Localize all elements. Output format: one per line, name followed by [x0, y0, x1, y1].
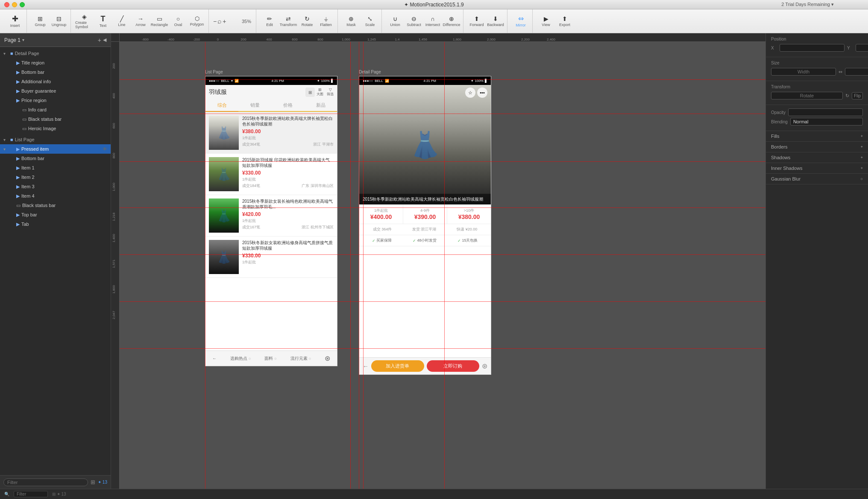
- opacity-input[interactable]: [788, 108, 863, 116]
- mask-button[interactable]: ⊕ Mask: [342, 11, 360, 32]
- eye-icon[interactable]: 👁: [103, 146, 107, 152]
- product-item-2[interactable]: 👗 2015新款羽绒服 印花欧洲站欧装欧美高端大气短款加厚羽绒服 ¥330.00…: [205, 154, 337, 195]
- layer-buyer-guarantee[interactable]: ▶ Buyer guarantee: [0, 86, 111, 96]
- hot-picks-button[interactable]: 选购热点 ○: [230, 356, 251, 362]
- maximize-button[interactable]: [20, 2, 25, 7]
- more-button[interactable]: •••: [477, 88, 487, 98]
- tab-price[interactable]: 价格: [271, 99, 304, 111]
- group-button[interactable]: ⊞ Group: [31, 11, 49, 32]
- back-button[interactable]: ←: [212, 356, 217, 361]
- mirror-button[interactable]: ⇔ Mirror: [512, 11, 530, 32]
- width-input[interactable]: [771, 68, 836, 76]
- inner-shadows-expand-icon[interactable]: +: [861, 166, 863, 170]
- gaussian-blur-expand-icon[interactable]: ○: [861, 177, 863, 181]
- layer-item-1[interactable]: ▶ Item 1: [0, 163, 111, 172]
- material-button[interactable]: 面料 ○: [264, 356, 276, 362]
- polygon-tool-button[interactable]: ⬡ Polygon: [188, 11, 206, 32]
- close-button[interactable]: [4, 2, 9, 7]
- flatten-button[interactable]: ⏚ Flatten: [317, 11, 335, 32]
- layer-title-region[interactable]: ▶ Title region: [0, 58, 111, 67]
- rotate-input[interactable]: [771, 92, 843, 99]
- canvas-area[interactable]: -600 -400 -200 0 200 400 600 800 1,000 1…: [111, 33, 765, 489]
- product-item-1[interactable]: 👗 2015秋冬季新款欧洲站欧美高端大牌长袖宽松白色长袖羽绒服潮 ¥380.00…: [205, 112, 337, 154]
- fills-section-title[interactable]: Fills +: [766, 131, 868, 142]
- layer-pressed-item[interactable]: ▾ ▶ Pressed item 👁: [0, 144, 111, 154]
- layer-bottom-bar[interactable]: ▶ Bottom bar: [0, 67, 111, 77]
- layer-price-region[interactable]: ▶ Price region: [0, 96, 111, 105]
- layer-info-card[interactable]: ▭ Info card: [0, 105, 111, 114]
- detail-back-button[interactable]: ←: [363, 363, 369, 370]
- grid-view-button[interactable]: ⊞: [305, 88, 315, 97]
- export-button[interactable]: ⬆ Export: [556, 11, 574, 32]
- share-detail-button[interactable]: ⊛: [482, 362, 487, 370]
- layer-item-3[interactable]: ▶ Item 3: [0, 182, 111, 191]
- product-item-4[interactable]: 👗 2015秋冬新款女装欧洲站修身高端气质拼接气质短款加厚羽绒服 ¥330.00…: [205, 236, 337, 278]
- oval-tool-button[interactable]: ○ Oval: [169, 11, 187, 32]
- intersect-button[interactable]: ∩ Intersect: [424, 11, 442, 32]
- rectangle-tool-button[interactable]: ▭ Rectangle: [150, 11, 168, 32]
- statusbar-filter[interactable]: [14, 491, 48, 497]
- rotate-button[interactable]: ↻ Rotate: [298, 11, 316, 32]
- borders-section-title[interactable]: Borders +: [766, 142, 868, 152]
- tab-new[interactable]: 新品: [304, 99, 337, 111]
- favorite-button[interactable]: ☆: [465, 88, 475, 98]
- share-button[interactable]: ⊛: [325, 354, 330, 362]
- add-to-cart-button[interactable]: 加入进货单: [371, 360, 424, 372]
- inner-shadows-section-title[interactable]: Inner Shadows +: [766, 163, 868, 174]
- add-page-icon[interactable]: +: [98, 37, 101, 44]
- layer-black-status-bar-2[interactable]: ▭ Black status bar: [0, 201, 111, 210]
- insert-button[interactable]: ✚ Insert: [6, 11, 24, 32]
- minimize-button[interactable]: [12, 2, 17, 7]
- difference-button[interactable]: ⊕ Difference: [443, 11, 460, 32]
- zoom-plus[interactable]: +: [223, 18, 226, 25]
- trend-button[interactable]: 流行元素 ○: [290, 356, 311, 362]
- zoom-minus[interactable]: −: [213, 18, 217, 25]
- layer-list-page[interactable]: ▾ ■ List Page: [0, 135, 111, 144]
- transform-button[interactable]: ⇄ Transform: [279, 11, 297, 32]
- collapse-panel-icon[interactable]: ◀: [103, 37, 106, 43]
- buy-now-button[interactable]: 立即订购: [427, 360, 480, 372]
- filter-input[interactable]: [3, 479, 88, 486]
- layer-item-2[interactable]: ▶ Item 2: [0, 172, 111, 182]
- layer-top-bar[interactable]: ▶ Top bar: [0, 210, 111, 219]
- ungroup-button[interactable]: ⊟ Ungroup: [50, 11, 68, 32]
- tab-comprehensive[interactable]: 综合: [205, 99, 238, 111]
- shadows-section-title[interactable]: Shadows +: [766, 152, 868, 163]
- forward-button[interactable]: ⬆ Forward: [468, 11, 486, 32]
- detail-page-label: Detail Page: [359, 70, 381, 74]
- fills-expand-icon[interactable]: +: [861, 134, 863, 138]
- tab-sales[interactable]: 销量: [238, 99, 271, 111]
- union-button[interactable]: ∪ Union: [386, 11, 404, 32]
- guide-h-2: [120, 114, 765, 114]
- edit-button[interactable]: ✏ Edit: [261, 11, 279, 32]
- trial-label[interactable]: 2 Trial Days Remaining ▾: [781, 2, 834, 7]
- layer-bottom-bar-2[interactable]: ▶ Bottom bar: [0, 154, 111, 163]
- ruler-left: 200 400 600 800 1,000 1,218 1,400 1,571 …: [111, 42, 120, 489]
- page-selector[interactable]: Page 1 ▾ + ◀: [0, 33, 111, 47]
- create-symbol-button[interactable]: ◈ Create Symbol: [75, 11, 93, 32]
- layer-heroic-image[interactable]: ▭ Heroic Image: [0, 124, 111, 133]
- x-input[interactable]: [780, 44, 845, 52]
- borders-expand-icon[interactable]: +: [861, 145, 863, 149]
- add-layer-icon[interactable]: ⊞: [91, 479, 95, 485]
- product-item-3[interactable]: 👗 2015秋冬季新款女装长袖纯色欧洲站欧美高端气质潮款加厚羽毛... ¥420…: [205, 195, 337, 236]
- subtract-button[interactable]: ⊖ Subtract: [405, 11, 423, 32]
- shadows-expand-icon[interactable]: +: [861, 155, 863, 160]
- height-input[interactable]: [845, 68, 868, 76]
- layer-black-status-bar[interactable]: ▭ Black status bar: [0, 114, 111, 124]
- y-input[interactable]: [856, 44, 868, 52]
- zoom-control[interactable]: − ⌕ +: [213, 18, 239, 25]
- layer-item-4[interactable]: ▶ Item 4: [0, 191, 111, 201]
- gaussian-blur-section-title[interactable]: Gaussian Blur ○: [766, 174, 868, 184]
- layer-additional-info[interactable]: ▶ Additional info: [0, 77, 111, 86]
- layer-tab[interactable]: ▶ Tab: [0, 219, 111, 229]
- backward-button[interactable]: ⬇ Backward: [487, 11, 504, 32]
- line-tool-button[interactable]: ╱ Line: [113, 11, 131, 32]
- text-tool-button[interactable]: T Text: [94, 11, 112, 32]
- layer-detail-page[interactable]: ▾ ■ Detail Page: [0, 49, 111, 58]
- scale-button[interactable]: ⤡ Scale: [361, 11, 379, 32]
- view-button[interactable]: ▶ View: [537, 11, 555, 32]
- canvas-content[interactable]: List Page ●●●○○ BELL ▾ 📶 4:21 PM ✦: [120, 42, 765, 489]
- arrow-tool-button[interactable]: → Arrow: [132, 11, 150, 32]
- blending-select[interactable]: Normal: [790, 118, 863, 125]
